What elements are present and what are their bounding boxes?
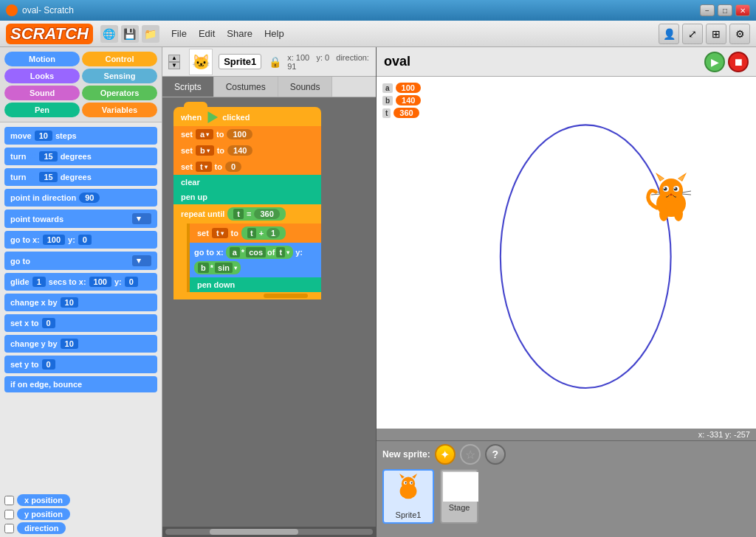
categories: Motion Control Looks Sensing Sound Opera… [0,47,162,122]
menubar-right: 👤 ⤢ ⊞ ⚙ [659,24,750,44]
scripts-area: ▲ ▼ 🐱 Sprite1 🔒 x: 100 y: 0 direction: 9… [162,47,377,537]
tab-sounds[interactable]: Sounds [278,77,333,97]
tab-costumes[interactable]: Costumes [214,77,278,97]
paint-sprite-button[interactable]: ✦ [435,444,456,465]
script-stack: when clicked set a▾ to 100 [173,101,321,299]
stage-item[interactable]: Stage [440,469,478,524]
help-menu[interactable]: Help [264,28,284,39]
stage-thumb [443,472,478,502]
stage-label: Stage [441,503,477,513]
svg-line-17 [651,194,660,195]
minimize-button[interactable]: − [700,4,715,16]
cat-looks[interactable]: Looks [4,69,80,83]
svg-point-19 [659,207,668,221]
scripts-scrollbar[interactable] [162,527,376,537]
stop-button[interactable]: ⏹ [728,52,749,72]
rotate-ccw-icon: ↺ [29,172,36,182]
ypos-check[interactable] [4,510,14,519]
dir-checkbox[interactable]: direction [4,522,157,534]
cat-sound[interactable]: Sound [4,86,80,100]
block-list: move 10 steps turn ↻ 15 degrees turn ↺ 1… [0,122,162,491]
svg-point-18 [674,207,683,221]
settings-icon[interactable]: ⚙ [729,24,750,44]
clear-block[interactable]: clear [173,175,321,190]
sprite-name[interactable]: Sprite1 [219,54,261,69]
tab-scripts[interactable]: Scripts [162,77,214,97]
ypos-checkbox[interactable]: y position [4,508,157,520]
star-sprite-button[interactable]: ☆ [460,444,481,465]
move-block[interactable]: move 10 steps [4,127,157,145]
sprite-item-sprite1[interactable]: Sprite1 [382,469,434,524]
set-x-block[interactable]: set x to 0 [4,314,157,332]
glide-block[interactable]: glide 1 secs to x: 100 y: 0 [4,273,157,291]
cat-pen[interactable]: Pen [4,103,80,117]
scrollbar-thumb[interactable] [210,529,298,535]
save-icon[interactable]: 💾 [121,25,139,43]
svg-point-10 [664,187,667,191]
repeat-until-block[interactable]: repeat until t = 360 set [173,204,321,299]
stage-canvas[interactable]: a 100 b 140 t 360 [377,77,756,429]
cat-variables[interactable]: Variables [82,103,157,117]
turn-ccw-block[interactable]: turn ↺ 15 degrees [4,168,157,186]
sprite-cat[interactable] [645,173,697,235]
user-icon[interactable]: 👤 [659,24,679,44]
menu-items: File Edit Share Help [171,28,284,39]
pen-up-block[interactable]: pen up [173,190,321,204]
folder-icon[interactable]: 📁 [142,25,159,43]
globe-icon[interactable]: 🌐 [100,25,118,43]
point-dir-block[interactable]: point in direction 90 [4,189,157,207]
close-button[interactable]: ✕ [735,4,750,16]
green-flag-icon [206,111,218,123]
svg-marker-22 [399,474,405,479]
blocks-panel: Motion Control Looks Sensing Sound Opera… [0,47,162,537]
xpos-check[interactable] [4,496,14,505]
cat-operators[interactable]: Operators [82,86,157,100]
sprite-nav-down[interactable]: ▼ [168,62,180,69]
goto-xy-block[interactable]: go to x: 100 y: 0 [4,231,157,249]
svg-point-26 [405,482,406,483]
dir-check[interactable] [4,524,14,533]
green-flag-button[interactable]: ▶ [704,52,725,72]
maximize-button[interactable]: □ [718,4,732,16]
when-clicked-block[interactable]: when clicked [173,107,321,126]
script-group: when clicked set a▾ to 100 [173,101,321,299]
stage-area: oval ▶ ⏹ a 100 b 140 t 360 [377,47,756,537]
goto-cos-sin-block[interactable]: go to x: a * cos of t ▾ y: [190,243,321,277]
change-x-block[interactable]: change x by 10 [4,294,157,311]
set-t-plus-block[interactable]: set t▾ to t + 1 [190,224,321,243]
surprise-sprite-button[interactable]: ? [485,444,506,465]
fullscreen-icon[interactable]: ⤢ [682,24,703,44]
stage-controls: ▶ ⏹ [704,52,749,72]
edit-menu[interactable]: Edit [199,28,215,39]
menubar: SCRATCH 🌐 💾 📁 File Edit Share Help 👤 ⤢ ⊞… [0,21,756,47]
turn-cw-block[interactable]: turn ↻ 15 degrees [4,148,157,165]
sprite-lock-icon[interactable]: 🔒 [269,56,281,68]
set-t-block[interactable]: set t▾ to 0 [173,159,321,175]
svg-point-0 [501,125,671,388]
window-controls: − □ ✕ [700,4,750,16]
main-layout: Motion Control Looks Sensing Sound Opera… [0,47,756,537]
file-menu[interactable]: File [171,28,187,39]
new-sprite-bar: New sprite: ✦ ☆ ? [382,444,750,465]
set-b-block[interactable]: set b▾ to 140 [173,142,321,159]
point-towards-block[interactable]: point towards ▾ [4,209,157,228]
change-y-block[interactable]: change y by 10 [4,335,157,353]
sprite-nav-up[interactable]: ▲ [168,55,180,62]
cat-sensing[interactable]: Sensing [82,69,157,83]
script-canvas[interactable]: when clicked set a▾ to 100 [162,97,376,527]
goto-block[interactable]: go to ▾ [4,252,157,270]
xpos-checkbox[interactable]: x position [4,494,157,506]
stage-title: oval [384,54,410,69]
checkboxes: x position y position direction [0,491,162,537]
pen-down-block[interactable]: pen down [190,277,321,292]
share-menu[interactable]: Share [227,28,252,39]
grid-icon[interactable]: ⊞ [706,24,726,44]
svg-point-21 [402,477,415,491]
set-a-block[interactable]: set a▾ to 100 [173,126,321,142]
cat-control[interactable]: Control [82,52,157,66]
bounce-block[interactable]: if on edge, bounce [4,376,157,392]
scrollbar-track [165,529,373,535]
svg-point-27 [410,482,412,483]
cat-motion[interactable]: Motion [4,52,80,66]
set-y-block[interactable]: set y to 0 [4,356,157,373]
